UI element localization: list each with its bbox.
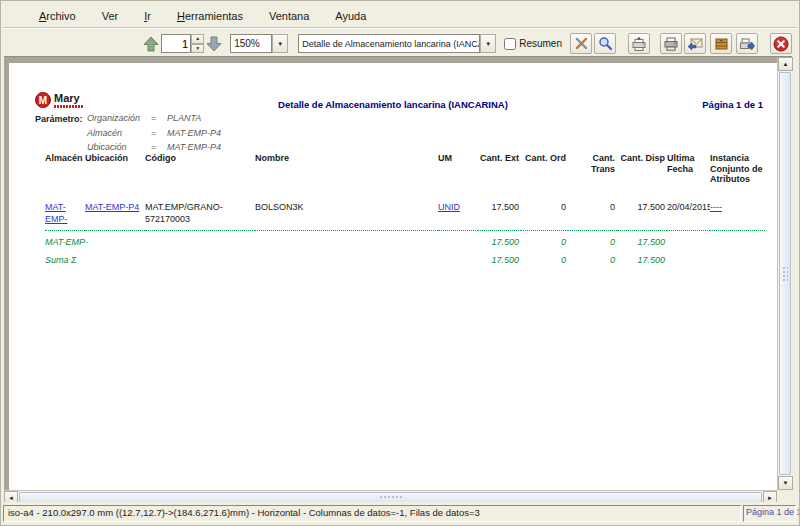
parameter-block: Parámetro: Organización = PLANTA Almacén… — [35, 113, 335, 157]
um-link[interactable]: UNID — [438, 202, 460, 212]
param-value: PLANTA — [167, 113, 201, 123]
arrow-down-icon — [205, 35, 223, 53]
close-report-button[interactable] — [770, 33, 792, 54]
archive-button[interactable] — [710, 33, 732, 54]
col-header: Ubicación — [85, 153, 145, 185]
find-button[interactable] — [594, 33, 616, 54]
total-label: Suma Σ — [45, 248, 478, 266]
report-name: Detalle de Almacenamiento lancarina (IAN… — [298, 34, 480, 53]
report-title: Detalle de Almacenamiento lancarina (IAN… — [9, 99, 777, 110]
cant-ext-cell: 17.500 — [478, 201, 521, 231]
zoom-value: 150% — [230, 34, 272, 53]
total-cant-ord: 0 — [521, 248, 568, 266]
print-dialog-button[interactable] — [628, 33, 650, 54]
horizontal-scrollbar-grip — [379, 495, 403, 500]
printer-plus-icon — [631, 37, 647, 51]
vertical-scrollbar[interactable]: ▲ ▼ — [777, 57, 792, 490]
subtotal-row: MAT-EMP- 17.500 0 0 17.500 — [45, 230, 765, 248]
param-value: MAT-EMP-P4 — [167, 142, 221, 152]
report-page: M Mary Detalle de Almacenamiento lancari… — [9, 63, 777, 490]
ultima-fecha-cell: 20/04/2015 — [667, 201, 710, 231]
col-header: UM — [438, 153, 478, 185]
export-button[interactable] — [736, 33, 758, 54]
printer-icon — [663, 37, 679, 51]
status-info: iso-a4 - 210.0x297.0 mm ((12.7,12.7)->(1… — [3, 505, 741, 522]
nombre-cell: BOLSON3K — [255, 201, 438, 231]
col-header: Cant. Trans — [568, 153, 617, 185]
wrench-icon — [574, 36, 589, 51]
scroll-down-icon[interactable]: ▼ — [778, 476, 793, 490]
subtotal-label: MAT-EMP- — [45, 230, 478, 248]
col-header: Almacén — [45, 153, 85, 185]
col-header: Código — [145, 153, 255, 185]
cant-disp-cell: 17.500 — [617, 201, 667, 231]
status-page-indicator: Página 1 de 1 — [743, 505, 796, 522]
page-number-spinner: ▲ ▼ — [161, 34, 204, 53]
ubicacion-link[interactable]: MAT-EMP-P4 — [85, 202, 139, 212]
close-icon — [773, 36, 789, 52]
print-button[interactable] — [660, 33, 682, 54]
report-table: Almacén Ubicación Código Nombre UM Cant.… — [45, 153, 765, 266]
previous-page-button[interactable] — [141, 34, 161, 54]
next-page-button[interactable] — [204, 34, 224, 54]
subtotal-cant-trans: 0 — [568, 230, 617, 248]
parameter-row: Organización = PLANTA — [35, 113, 335, 128]
header-row: Almacén Ubicación Código Nombre UM Cant.… — [45, 153, 765, 185]
param-eq: = — [151, 113, 156, 123]
mail-arrow-icon — [687, 37, 703, 51]
menu-ventana[interactable]: Ventana — [269, 10, 309, 22]
customize-report-button[interactable] — [570, 33, 592, 54]
toolbar: ▲ ▼ 150% ▼ Detalle de Almacenamiento lan… — [1, 31, 799, 56]
menu-archivo[interactable]: Archivo — [39, 10, 76, 22]
menu-ver[interactable]: Ver — [102, 10, 119, 22]
table-row: MAT-EMP- MAT-EMP-P4 MAT.EMP/GRANO-572170… — [45, 201, 765, 231]
spinner-up-icon[interactable]: ▲ — [191, 34, 204, 44]
menu-ir[interactable]: Ir — [144, 10, 151, 22]
parameter-row: Almacén = MAT-EMP-P4 — [35, 128, 335, 143]
menu-ayuda[interactable]: Ayuda — [335, 10, 366, 22]
vertical-scrollbar-grip — [782, 266, 788, 282]
total-cant-trans: 0 — [568, 248, 617, 266]
param-name: Almacén — [87, 128, 122, 138]
arrow-up-icon — [142, 35, 160, 53]
spinner-down-icon[interactable]: ▼ — [191, 44, 204, 54]
summary-checkbox-group: Resumen — [504, 38, 562, 50]
menu-bar: Archivo Ver Ir Herramientas Ventana Ayud… — [1, 7, 799, 25]
report-combobox[interactable]: Detalle de Almacenamiento lancarina (IAN… — [298, 34, 496, 53]
total-cant-ext: 17.500 — [478, 248, 521, 266]
cant-ord-cell: 0 — [521, 201, 568, 231]
zoom-combobox[interactable]: 150% ▼ — [230, 34, 288, 53]
param-eq: = — [151, 128, 156, 138]
codigo-cell: MAT.EMP/GRANO-572170003 — [145, 201, 255, 231]
total-row: Suma Σ 17.500 0 0 17.500 — [45, 248, 765, 266]
page-number-input[interactable] — [161, 34, 191, 53]
report-page-label: Página 1 de 1 — [702, 99, 763, 110]
chevron-down-icon[interactable]: ▼ — [272, 34, 288, 53]
col-header: Instancia Conjunto de Atributos — [710, 153, 765, 185]
summary-label: Resumen — [519, 38, 562, 49]
col-header: Cant. Ord — [521, 153, 568, 185]
report-viewport: M Mary Detalle de Almacenamiento lancari… — [4, 56, 792, 504]
instancia-link[interactable]: ---- — [710, 202, 722, 212]
total-cant-disp: 17.500 — [617, 248, 667, 266]
param-name: Organización — [87, 113, 140, 123]
chevron-down-icon[interactable]: ▼ — [480, 34, 496, 53]
col-header: Nombre — [255, 153, 438, 185]
scroll-up-icon[interactable]: ▲ — [778, 57, 793, 71]
menu-separator — [3, 27, 797, 29]
col-header: Ultima Fecha — [667, 153, 710, 185]
col-header: Cant. Ext — [478, 153, 521, 185]
menu-herramientas[interactable]: Herramientas — [177, 10, 243, 22]
send-mail-button[interactable] — [684, 33, 706, 54]
summary-checkbox[interactable] — [504, 38, 516, 50]
cant-trans-cell: 0 — [568, 201, 617, 231]
archive-drawer-icon — [714, 37, 729, 51]
vertical-scrollbar-thumb[interactable] — [779, 72, 791, 475]
param-name: Ubicación — [87, 142, 127, 152]
param-value: MAT-EMP-P4 — [167, 128, 221, 138]
almacen-link[interactable]: MAT-EMP- — [45, 202, 68, 224]
subtotal-cant-ext: 17.500 — [478, 230, 521, 248]
spacer-row — [45, 185, 765, 201]
subtotal-cant-disp: 17.500 — [617, 230, 667, 248]
param-eq: = — [151, 142, 156, 152]
